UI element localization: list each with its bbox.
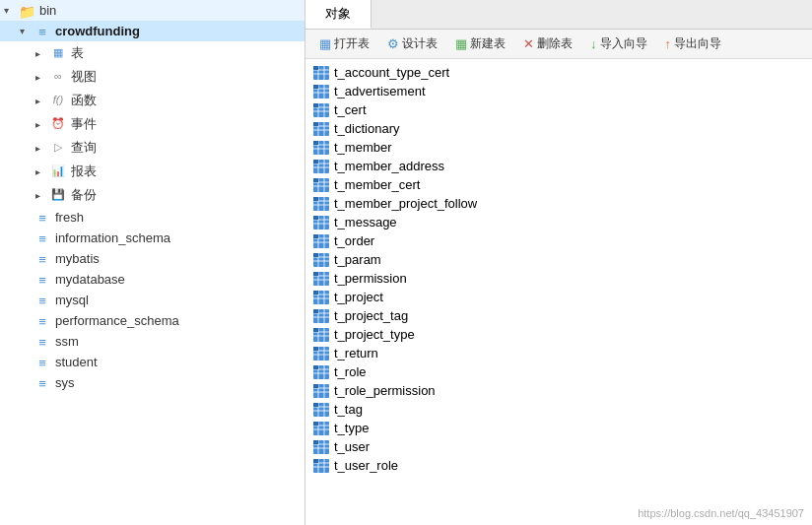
svg-rect-89 <box>313 328 318 332</box>
table-row[interactable]: t_user_role <box>305 456 812 475</box>
table-row[interactable]: t_return <box>305 344 812 362</box>
table-row[interactable]: t_project <box>305 288 812 306</box>
baobiao-icon: 📊 <box>49 164 67 178</box>
table-name-label: t_permission <box>334 271 407 286</box>
sidebar-item-chaxun[interactable]: ▷ 查询 <box>0 136 304 160</box>
performance-schema-icon: ≡ <box>34 314 51 328</box>
table-name-label: t_message <box>334 215 397 230</box>
table-name-label: t_role <box>334 364 367 379</box>
shijian-icon: ⏰ <box>49 117 67 131</box>
export-wizard-button[interactable]: ↑ 导出向导 <box>659 33 728 54</box>
design-table-button[interactable]: ⚙ 设计表 <box>381 33 443 54</box>
beifen-label: 备份 <box>71 186 97 204</box>
sidebar: 📁 bin ≡ crowdfunding ▦ 表 ∞ 视图 f() 函数 ⏰ <box>0 0 305 525</box>
table-name-label: t_role_permission <box>334 383 436 398</box>
import-wizard-button[interactable]: ↓ 导入向导 <box>584 33 653 54</box>
table-name-label: t_type <box>334 421 369 435</box>
table-row[interactable]: t_message <box>305 213 812 231</box>
table-name-label: t_member_address <box>334 159 444 173</box>
table-row[interactable]: t_type <box>305 419 812 437</box>
svg-rect-11 <box>313 85 318 89</box>
sidebar-item-hanshu[interactable]: f() 函数 <box>0 89 304 112</box>
delete-table-icon: ✕ <box>523 36 534 51</box>
table-name-label: t_member_cert <box>334 177 420 192</box>
table-row[interactable]: t_cert <box>305 100 812 119</box>
sidebar-item-crowdfunding[interactable]: ≡ crowdfunding <box>0 21 304 41</box>
svg-rect-53 <box>313 216 318 220</box>
table-row[interactable]: t_permission <box>305 269 812 288</box>
table-row[interactable]: t_member_project_follow <box>305 194 812 213</box>
svg-rect-41 <box>313 178 318 182</box>
svg-rect-59 <box>313 234 318 238</box>
table-row[interactable]: t_param <box>305 250 812 269</box>
chaxun-arrow <box>35 143 49 154</box>
mybatis-icon: ≡ <box>34 252 51 266</box>
sidebar-item-fresh[interactable]: ≡ fresh <box>0 207 304 228</box>
hanshu-icon: f() <box>49 94 67 107</box>
table-name-label: t_param <box>334 252 381 267</box>
ssm-icon: ≡ <box>34 335 51 349</box>
mysql-label: mysql <box>55 293 89 307</box>
delete-table-button[interactable]: ✕ 删除表 <box>517 33 578 54</box>
bin-icon: 📁 <box>18 4 35 18</box>
sidebar-item-mybatis[interactable]: ≡ mybatis <box>0 248 304 269</box>
table-row[interactable]: t_role <box>305 362 812 381</box>
sidebar-item-shijian[interactable]: ⏰ 事件 <box>0 112 304 136</box>
open-table-label: 打开表 <box>334 35 370 52</box>
table-row[interactable]: t_dictionary <box>305 119 812 138</box>
bin-label: bin <box>39 3 56 18</box>
svg-rect-5 <box>313 66 318 70</box>
table-name-label: t_cert <box>334 102 367 117</box>
table-row[interactable]: t_member_cert <box>305 175 812 194</box>
shijian-arrow <box>35 119 49 130</box>
table-row[interactable]: t_user <box>305 437 812 456</box>
sidebar-item-student[interactable]: ≡ student <box>0 352 304 372</box>
new-table-icon: ▦ <box>455 36 467 51</box>
crowdfunding-icon: ≡ <box>34 25 51 38</box>
import-wizard-icon: ↓ <box>590 36 597 51</box>
table-row[interactable]: t_member <box>305 138 812 157</box>
sidebar-item-beifen[interactable]: 💾 备份 <box>0 183 304 207</box>
sidebar-item-mysql[interactable]: ≡ mysql <box>0 290 304 310</box>
table-row[interactable]: t_project_tag <box>305 306 812 325</box>
open-table-button[interactable]: ▦ 打开表 <box>313 33 375 54</box>
table-name-label: t_project_tag <box>334 308 408 323</box>
hanshu-label: 函数 <box>71 92 97 109</box>
right-panel: 对象 ▦ 打开表 ⚙ 设计表 ▦ 新建表 ✕ 删除表 ↓ 导入向导 <box>305 0 812 525</box>
sidebar-item-shitu[interactable]: ∞ 视图 <box>0 65 304 89</box>
sys-label: sys <box>55 375 75 390</box>
sidebar-item-baobiao[interactable]: 📊 报表 <box>0 160 304 183</box>
mysql-icon: ≡ <box>34 294 51 307</box>
sidebar-item-information-schema[interactable]: ≡ information_schema <box>0 228 304 248</box>
table-name-label: t_return <box>334 346 378 361</box>
export-wizard-label: 导出向导 <box>674 35 721 52</box>
svg-rect-17 <box>313 103 318 107</box>
svg-rect-131 <box>313 459 318 463</box>
design-table-icon: ⚙ <box>387 36 399 51</box>
table-name-label: t_advertisement <box>334 84 426 98</box>
sidebar-item-bin[interactable]: 📁 bin <box>0 0 304 21</box>
table-row[interactable]: t_tag <box>305 400 812 419</box>
sidebar-item-biao[interactable]: ▦ 表 <box>0 41 304 65</box>
svg-rect-119 <box>313 422 318 426</box>
svg-rect-113 <box>313 403 318 407</box>
table-row[interactable]: t_project_type <box>305 325 812 344</box>
table-row[interactable]: t_account_type_cert <box>305 63 812 82</box>
sidebar-item-performance-schema[interactable]: ≡ performance_schema <box>0 310 304 331</box>
design-table-label: 设计表 <box>402 35 438 52</box>
mybatis-label: mybatis <box>55 251 100 266</box>
sidebar-item-mydatabase[interactable]: ≡ mydatabase <box>0 269 304 290</box>
svg-rect-23 <box>313 122 318 126</box>
svg-rect-35 <box>313 160 318 164</box>
sidebar-item-ssm[interactable]: ≡ ssm <box>0 331 304 352</box>
table-row[interactable]: t_advertisement <box>305 82 812 100</box>
shitu-label: 视图 <box>71 68 97 86</box>
sidebar-item-sys[interactable]: ≡ sys <box>0 372 304 393</box>
import-wizard-label: 导入向导 <box>600 35 647 52</box>
tab-duixiang[interactable]: 对象 <box>305 0 372 29</box>
table-row[interactable]: t_member_address <box>305 157 812 175</box>
table-row[interactable]: t_role_permission <box>305 381 812 400</box>
table-row[interactable]: t_order <box>305 231 812 250</box>
new-table-button[interactable]: ▦ 新建表 <box>449 33 511 54</box>
toolbar: ▦ 打开表 ⚙ 设计表 ▦ 新建表 ✕ 删除表 ↓ 导入向导 ↑ 导出向导 <box>305 30 812 59</box>
